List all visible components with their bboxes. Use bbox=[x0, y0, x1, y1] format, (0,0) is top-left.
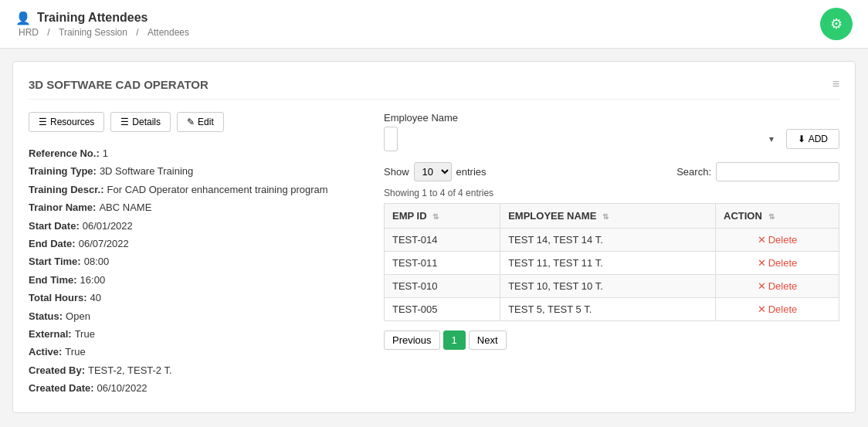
status-label: Status: bbox=[29, 307, 63, 325]
top-bar: 👤 Training Attendees HRD / Training Sess… bbox=[0, 0, 868, 49]
start-date-value: 06/01/2022 bbox=[83, 217, 133, 235]
info-end-date: End Date: 06/07/2022 bbox=[29, 235, 368, 252]
cell-employee-name: TEST 10, TEST 10 T. bbox=[500, 275, 716, 298]
delete-link[interactable]: ✕ Delete bbox=[758, 257, 798, 269]
training-descr-label: Training Descr.: bbox=[29, 181, 104, 198]
details-icon: ☰ bbox=[120, 117, 129, 127]
pagination: Previous 1 Next bbox=[384, 330, 839, 350]
breadcrumb-attendees[interactable]: Attendees bbox=[147, 27, 189, 38]
delete-label: Delete bbox=[768, 303, 798, 315]
delete-link[interactable]: ✕ Delete bbox=[758, 234, 798, 246]
page-1-button[interactable]: 1 bbox=[443, 330, 466, 350]
toolbar: ☰ Resources ☰ Details ✎ Edit bbox=[29, 112, 368, 132]
end-time-value: 16:00 bbox=[80, 271, 106, 289]
external-label: External: bbox=[29, 325, 72, 343]
delete-link[interactable]: ✕ Delete bbox=[758, 280, 798, 292]
next-label: Next bbox=[477, 334, 498, 346]
gear-icon: ⚙ bbox=[830, 15, 843, 32]
delete-label: Delete bbox=[768, 234, 798, 246]
employee-name-select[interactable] bbox=[384, 127, 398, 151]
col-emp-id: EMP ID ⇅ bbox=[385, 204, 500, 229]
add-button[interactable]: ⬇ ADD bbox=[786, 129, 839, 149]
cell-emp-id: TEST-005 bbox=[385, 298, 500, 321]
info-external: External: True bbox=[29, 325, 368, 343]
col-action-label: ACTION bbox=[724, 210, 762, 222]
breadcrumb-training-session[interactable]: Training Session bbox=[59, 27, 127, 38]
delete-x-icon: ✕ bbox=[758, 257, 766, 269]
sort-action-icon[interactable]: ⇅ bbox=[768, 212, 775, 221]
cell-employee-name: TEST 5, TEST 5 T. bbox=[500, 298, 716, 321]
details-label: Details bbox=[132, 117, 161, 127]
right-panel: Employee Name ⬇ ADD Show 10 25 bbox=[384, 112, 839, 397]
col-action: ACTION ⇅ bbox=[716, 204, 839, 229]
col-employee-name-label: EMPLOYEE NAME bbox=[508, 210, 596, 222]
menu-icon[interactable]: ≡ bbox=[832, 77, 839, 91]
cell-action: ✕ Delete bbox=[716, 275, 839, 298]
table-controls: Show 10 25 50 entries Search: bbox=[384, 162, 839, 181]
table-header-row: EMP ID ⇅ EMPLOYEE NAME ⇅ ACTION ⇅ bbox=[385, 204, 839, 229]
info-trainor-name: Trainor Name: ABC NAME bbox=[29, 198, 368, 216]
end-date-value: 06/07/2022 bbox=[79, 235, 129, 252]
created-by-label: Created By: bbox=[29, 361, 85, 379]
section-title: 3D SOFTWARE CAD OPERATOR bbox=[29, 78, 209, 91]
gear-button[interactable]: ⚙ bbox=[820, 8, 853, 40]
start-time-label: Start Time: bbox=[29, 252, 81, 270]
training-type-value: 3D Software Training bbox=[100, 162, 193, 180]
resources-label: Resources bbox=[50, 117, 94, 127]
delete-x-icon: ✕ bbox=[758, 234, 766, 246]
delete-label: Delete bbox=[768, 257, 798, 269]
info-created-date: Created Date: 06/10/2022 bbox=[29, 379, 368, 397]
showing-text: Showing 1 to 4 of 4 entries bbox=[384, 188, 839, 198]
delete-label: Delete bbox=[768, 280, 798, 292]
previous-button[interactable]: Previous bbox=[384, 330, 440, 350]
cell-employee-name: TEST 14, TEST 14 T. bbox=[500, 229, 716, 252]
edit-icon: ✎ bbox=[187, 117, 195, 127]
reference-no-value: 1 bbox=[103, 144, 108, 162]
employee-name-row: ⬇ ADD bbox=[384, 127, 839, 151]
sort-employee-name-icon[interactable]: ⇅ bbox=[602, 212, 609, 221]
page-title-text: Training Attendees bbox=[37, 11, 147, 25]
show-entries: Show 10 25 50 entries bbox=[384, 162, 487, 181]
info-start-date: Start Date: 06/01/2022 bbox=[29, 217, 368, 235]
entries-label: entries bbox=[456, 166, 487, 178]
cell-action: ✕ Delete bbox=[716, 229, 839, 252]
breadcrumb-hrd[interactable]: HRD bbox=[19, 27, 39, 38]
total-hours-value: 40 bbox=[90, 289, 101, 307]
cell-action: ✕ Delete bbox=[716, 252, 839, 275]
left-panel: ☰ Resources ☰ Details ✎ Edit Reference N… bbox=[29, 112, 368, 397]
info-total-hours: Total Hours: 40 bbox=[29, 289, 368, 307]
employee-name-select-wrapper bbox=[384, 127, 780, 151]
user-icon: 👤 bbox=[15, 11, 31, 25]
info-active: Active: True bbox=[29, 343, 368, 361]
info-status: Status: Open bbox=[29, 307, 368, 325]
page-1-label: 1 bbox=[452, 334, 457, 346]
table-row: TEST-005 TEST 5, TEST 5 T. ✕ Delete bbox=[385, 298, 839, 321]
training-type-label: Training Type: bbox=[29, 162, 97, 180]
details-button[interactable]: ☰ Details bbox=[110, 112, 171, 132]
active-label: Active: bbox=[29, 343, 62, 361]
info-start-time: Start Time: 08:00 bbox=[29, 252, 368, 270]
search-label: Search: bbox=[676, 166, 711, 178]
cell-emp-id: TEST-010 bbox=[385, 275, 500, 298]
add-icon: ⬇ bbox=[798, 134, 805, 144]
next-button[interactable]: Next bbox=[469, 330, 507, 350]
info-end-time: End Time: 16:00 bbox=[29, 271, 368, 289]
cell-employee-name: TEST 11, TEST 11 T. bbox=[500, 252, 716, 275]
total-hours-label: Total Hours: bbox=[29, 289, 87, 307]
delete-link[interactable]: ✕ Delete bbox=[758, 303, 798, 315]
search-input[interactable] bbox=[716, 162, 839, 181]
table-row: TEST-011 TEST 11, TEST 11 T. ✕ Delete bbox=[385, 252, 839, 275]
search-row: Search: bbox=[676, 162, 839, 181]
edit-label: Edit bbox=[198, 117, 214, 127]
resources-button[interactable]: ☰ Resources bbox=[29, 112, 104, 132]
edit-button[interactable]: ✎ Edit bbox=[177, 112, 224, 132]
active-value: True bbox=[65, 343, 85, 361]
end-date-label: End Date: bbox=[29, 235, 76, 252]
created-by-value: TEST-2, TEST-2 T. bbox=[88, 361, 172, 379]
breadcrumb-sep2: / bbox=[136, 27, 138, 38]
entries-select[interactable]: 10 25 50 bbox=[414, 162, 452, 181]
end-time-label: End Time: bbox=[29, 271, 77, 289]
info-created-by: Created By: TEST-2, TEST-2 T. bbox=[29, 361, 368, 379]
start-date-label: Start Date: bbox=[29, 217, 80, 235]
sort-emp-id-icon[interactable]: ⇅ bbox=[432, 212, 439, 221]
